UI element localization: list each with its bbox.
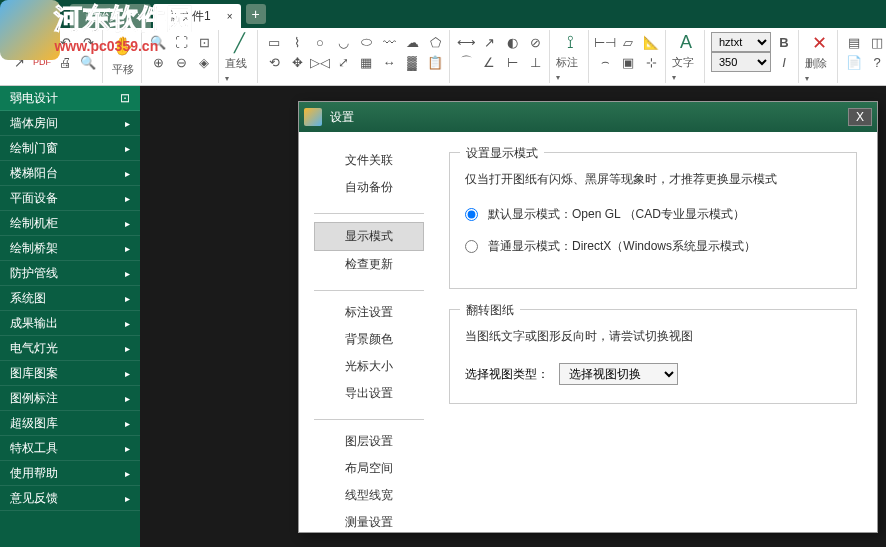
scale-icon[interactable]: ⤢ — [333, 52, 353, 72]
close-button[interactable]: X — [848, 108, 872, 126]
sidebar-item-wall[interactable]: 墙体房间▸ — [0, 111, 140, 136]
dlg-nav-layout[interactable]: 布局空间 — [314, 455, 424, 482]
circle-icon[interactable]: ○ — [310, 32, 330, 52]
paste-icon[interactable]: 📋 — [425, 52, 445, 72]
view-select[interactable]: 选择视图切换 — [559, 363, 678, 385]
dim-aligned-icon[interactable]: ↗ — [479, 32, 499, 52]
search-icon[interactable]: 🔍 — [78, 52, 98, 72]
sidebar-item-help[interactable]: 使用帮助▸ — [0, 461, 140, 486]
new-tab-button[interactable]: + — [246, 4, 266, 24]
dlg-nav-linewidth[interactable]: 线型线宽 — [314, 482, 424, 509]
tab-newfile[interactable]: 新文件1 × — [153, 4, 241, 28]
bold-icon[interactable]: B — [774, 32, 794, 52]
pan-icon[interactable]: ✋ — [109, 32, 137, 60]
spline-icon[interactable]: 〰 — [379, 32, 399, 52]
dlg-nav-bgcolor[interactable]: 背景颜色 — [314, 326, 424, 353]
measure-arc-icon[interactable]: ⌢ — [595, 52, 615, 72]
zoom-window-icon[interactable]: ⛶ — [171, 32, 191, 52]
arc-icon[interactable]: ◡ — [333, 32, 353, 52]
text-icon[interactable]: A — [672, 32, 700, 53]
help-icon[interactable]: ? — [867, 52, 886, 72]
sidebar-item-bridge[interactable]: 绘制桥架▸ — [0, 236, 140, 261]
zoom-in-icon[interactable]: ⊕ — [148, 52, 168, 72]
ellipse-icon[interactable]: ⬭ — [356, 32, 376, 52]
rect-icon[interactable]: ▭ — [264, 32, 284, 52]
line-icon[interactable]: ╱ — [225, 32, 253, 54]
sidebar-item-output[interactable]: 成果输出▸ — [0, 311, 140, 336]
pattern-icon[interactable]: ▦ — [356, 52, 376, 72]
radio-input-directx[interactable] — [465, 240, 478, 253]
measure-dist-icon[interactable]: ⊢⊣ — [595, 32, 615, 52]
sidebar-item-equip[interactable]: 平面设备▸ — [0, 186, 140, 211]
sidebar-item-cabinet[interactable]: 绘制机柜▸ — [0, 211, 140, 236]
dlg-nav-fileassoc[interactable]: 文件关联 — [314, 147, 424, 174]
sidebar-item-system[interactable]: 系统图▸ — [0, 286, 140, 311]
sidebar-item-libpattern[interactable]: 图库图案▸ — [0, 361, 140, 386]
undo-icon[interactable]: ↶ — [55, 32, 75, 52]
chevron-down-icon[interactable]: ▾ — [805, 74, 809, 83]
canvas-area[interactable]: 设置 X 文件关联 自动备份 显示模式 检查更新 标注设置 — [140, 86, 886, 547]
chevron-down-icon[interactable]: ▾ — [556, 73, 560, 82]
close-icon[interactable]: × — [137, 11, 143, 22]
dim-radius-icon[interactable]: ◐ — [502, 32, 522, 52]
block-icon[interactable]: ◫ — [867, 32, 886, 52]
zoom-extents-icon[interactable]: ⊡ — [194, 32, 214, 52]
redo-icon[interactable]: ↷ — [78, 32, 98, 52]
tab-start[interactable]: 起始页 × — [70, 4, 151, 28]
mirror-icon[interactable]: ▷◁ — [310, 52, 330, 72]
stretch-icon[interactable]: ↔ — [379, 52, 399, 72]
zoom-icon[interactable]: 🔍 — [148, 32, 168, 52]
annotation-icon[interactable]: ⟟ — [556, 32, 584, 53]
dlg-nav-update[interactable]: 检查更新 — [314, 251, 424, 278]
radio-input-opengl[interactable] — [465, 208, 478, 221]
sidebar-item-stairs[interactable]: 楼梯阳台▸ — [0, 161, 140, 186]
sidebar-item-pipe[interactable]: 防护管线▸ — [0, 261, 140, 286]
radio-opengl[interactable]: 默认显示模式：Open GL （CAD专业显示模式） — [465, 206, 841, 223]
radio-directx[interactable]: 普通显示模式：DirectX（Windows系统显示模式） — [465, 238, 841, 255]
dim-dia-icon[interactable]: ⊘ — [525, 32, 545, 52]
polyline-icon[interactable]: ⌇ — [287, 32, 307, 52]
sidebar-item-superlib[interactable]: 超级图库▸ — [0, 411, 140, 436]
move-icon[interactable]: ✥ — [287, 52, 307, 72]
print-icon[interactable]: 🖨 — [55, 52, 75, 72]
sidebar-item-legend[interactable]: 图例标注▸ — [0, 386, 140, 411]
dlg-nav-export[interactable]: 导出设置 — [314, 380, 424, 407]
zoom-out-icon[interactable]: ⊖ — [171, 52, 191, 72]
dlg-nav-measure[interactable]: 测量设置 — [314, 509, 424, 536]
measure-coord-icon[interactable]: ⊹ — [641, 52, 661, 72]
measure-ang-icon[interactable]: 📐 — [641, 32, 661, 52]
export-icon[interactable]: ↗ — [9, 52, 29, 72]
open-icon[interactable]: 📂 — [9, 32, 29, 52]
polygon-icon[interactable]: ⬠ — [425, 32, 445, 52]
dim-cont-icon[interactable]: ⊢ — [502, 52, 522, 72]
expand-icon[interactable]: ⊡ — [120, 91, 130, 105]
zoom-all-icon[interactable]: ◈ — [194, 52, 214, 72]
close-icon[interactable]: × — [227, 11, 233, 22]
dlg-nav-annot[interactable]: 标注设置 — [314, 299, 424, 326]
fill-icon[interactable]: ▓ — [402, 52, 422, 72]
save-icon[interactable]: 💾 — [32, 32, 52, 52]
italic-icon[interactable]: I — [774, 52, 794, 72]
measure-area-icon[interactable]: ▱ — [618, 32, 638, 52]
measure-vol-icon[interactable]: ▣ — [618, 52, 638, 72]
layer-icon[interactable]: ▤ — [844, 32, 864, 52]
dim-linear-icon[interactable]: ⟷ — [456, 32, 476, 52]
size-select[interactable]: 350 — [711, 52, 771, 72]
delete-icon[interactable]: ✕ — [805, 32, 833, 54]
chevron-down-icon[interactable]: ▾ — [672, 73, 676, 82]
dim-arc-icon[interactable]: ⌒ — [456, 52, 476, 72]
dim-ord-icon[interactable]: ⊥ — [525, 52, 545, 72]
dlg-nav-display[interactable]: 显示模式 — [314, 222, 424, 251]
dlg-nav-cursor[interactable]: 光标大小 — [314, 353, 424, 380]
dim-ang-icon[interactable]: ∠ — [479, 52, 499, 72]
sidebar-item-door[interactable]: 绘制门窗▸ — [0, 136, 140, 161]
sidebar-item-feedback[interactable]: 意见反馈▸ — [0, 486, 140, 511]
dlg-nav-backup[interactable]: 自动备份 — [314, 174, 424, 201]
chevron-down-icon[interactable]: ▾ — [225, 74, 229, 83]
pdf-icon[interactable]: PDF — [32, 52, 52, 72]
sidebar-item-tools[interactable]: 特权工具▸ — [0, 436, 140, 461]
cloud-icon[interactable]: ☁ — [402, 32, 422, 52]
sidebar-item-weakelec[interactable]: 弱电设计⊡ — [0, 86, 140, 111]
prop-icon[interactable]: 📄 — [844, 52, 864, 72]
font-select[interactable]: hztxt — [711, 32, 771, 52]
